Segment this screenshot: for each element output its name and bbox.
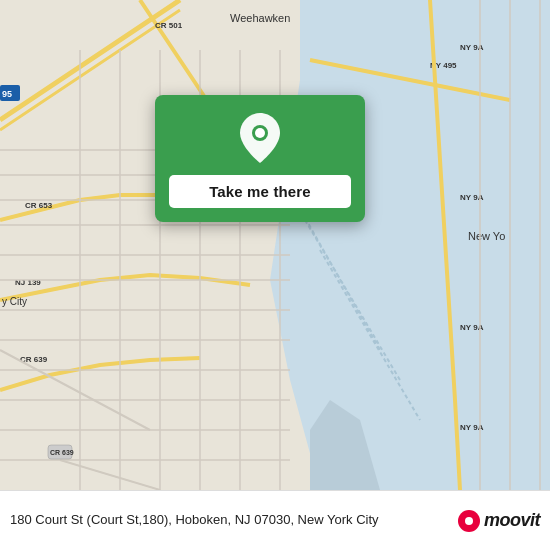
moovit-dot-icon: [458, 510, 480, 532]
svg-text:CR 501: CR 501: [155, 21, 183, 30]
svg-text:New Yo: New Yo: [468, 230, 505, 242]
address-container: 180 Court St (Court St,180), Hoboken, NJ…: [10, 511, 458, 529]
svg-marker-1: [270, 0, 550, 490]
moovit-dot-inner: [465, 517, 473, 525]
svg-text:CR 653: CR 653: [25, 201, 53, 210]
footer-bar: 180 Court St (Court St,180), Hoboken, NJ…: [0, 490, 550, 550]
svg-text:y City: y City: [2, 296, 27, 307]
location-pin-icon: [233, 111, 287, 165]
svg-text:Weehawken: Weehawken: [230, 12, 290, 24]
location-card: Take me there: [155, 95, 365, 222]
svg-text:95: 95: [2, 89, 12, 99]
address-text: 180 Court St (Court St,180), Hoboken, NJ…: [10, 511, 458, 529]
take-me-there-button[interactable]: Take me there: [169, 175, 351, 208]
map-view: CR 501 NY 495 NY 9A NY 9A NY 9A NY 9A CR…: [0, 0, 550, 490]
svg-point-46: [255, 128, 265, 138]
map-background: CR 501 NY 495 NY 9A NY 9A NY 9A NY 9A CR…: [0, 0, 550, 490]
svg-text:CR 639: CR 639: [50, 449, 74, 456]
moovit-logo: moovit: [458, 510, 540, 532]
moovit-brand-text: moovit: [484, 510, 540, 531]
